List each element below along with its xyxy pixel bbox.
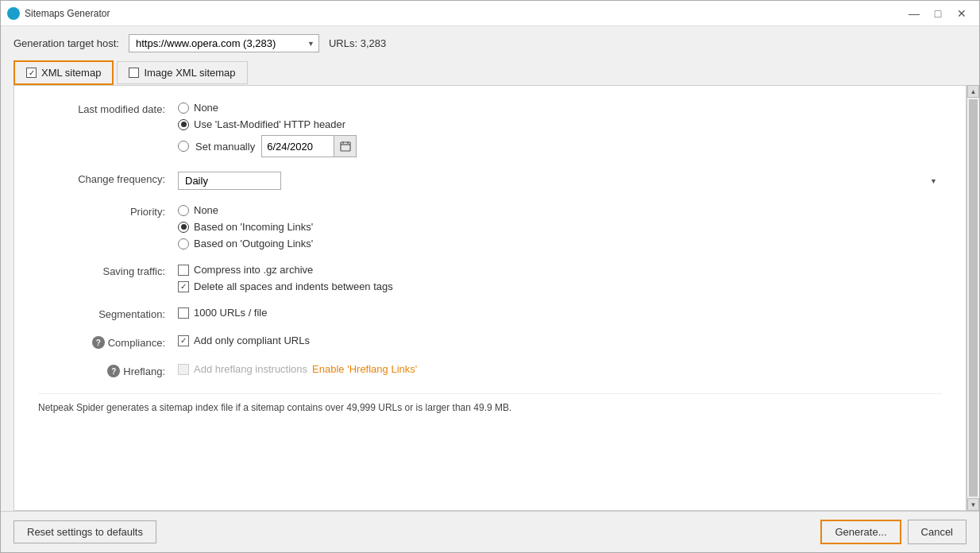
segmentation-label: Segmentation:: [38, 307, 165, 320]
scrollbar-thumb[interactable]: [969, 99, 978, 497]
radio-none[interactable]: [178, 102, 189, 114]
frequency-select-wrapper: Daily Always Hourly Weekly Monthly Yearl…: [178, 172, 942, 190]
priority-radio-incoming[interactable]: [178, 222, 189, 233]
priority-none-label: None: [194, 204, 218, 216]
compress-gz-wrapper: Compress into .gz archive: [178, 264, 942, 276]
hreflang-checkbox[interactable]: [178, 364, 189, 375]
date-input[interactable]: [262, 138, 334, 155]
scrollbar-down-button[interactable]: ▼: [967, 498, 979, 511]
saving-traffic-controls: Compress into .gz archive Delete all spa…: [178, 264, 942, 292]
segmentation-option-label: 1000 URLs / file: [194, 307, 268, 319]
last-modified-row: Last modified date: None Use 'Last-Modif…: [38, 102, 942, 157]
calendar-button[interactable]: [334, 136, 356, 157]
bottom-bar: Reset settings to defaults Generate... C…: [1, 511, 979, 552]
bottom-right-buttons: Generate... Cancel: [820, 520, 966, 544]
compliance-label-with-help: ? Compliance:: [38, 336, 165, 349]
last-modified-label: Last modified date:: [38, 102, 165, 115]
priority-incoming-row: Based on 'Incoming Links': [178, 221, 942, 233]
priority-none-row: None: [178, 204, 942, 216]
generate-button[interactable]: Generate...: [820, 520, 901, 544]
compliance-row: ? Compliance: Add only compliant URLs: [38, 335, 942, 349]
segmentation-checkbox[interactable]: [178, 307, 189, 319]
image-xml-sitemap-tab-label: Image XML sitemap: [144, 67, 235, 79]
hreflang-label-with-help: ? Hreflang:: [38, 365, 165, 377]
priority-label: Priority:: [38, 204, 165, 218]
priority-outgoing-label: Based on 'Outgoing Links': [194, 238, 313, 249]
frequency-select[interactable]: Daily Always Hourly Weekly Monthly Yearl…: [178, 172, 281, 190]
maximize-button[interactable]: □: [927, 5, 949, 22]
image-xml-sitemap-checkbox[interactable]: [129, 68, 139, 78]
hreflang-controls: Add hreflang instructions Enable 'Hrefla…: [178, 363, 942, 375]
hreflang-help-icon[interactable]: ?: [107, 365, 120, 377]
compliance-checkbox[interactable]: [178, 335, 189, 346]
compliance-controls: Add only compliant URLs: [178, 335, 942, 346]
main-content: Last modified date: None Use 'Last-Modif…: [1, 85, 979, 511]
main-window: Sitemaps Generator — □ ✕ Generation targ…: [0, 0, 980, 553]
scrollbar: ▲ ▼: [966, 85, 979, 511]
date-input-wrapper: [261, 135, 357, 157]
host-select-wrapper: https://www.opera.com (3,283): [129, 34, 319, 52]
host-bar: Generation target host: https://www.oper…: [1, 26, 979, 60]
compliance-option-label: Add only compliant URLs: [194, 335, 310, 346]
svg-rect-0: [341, 142, 350, 151]
radio-row-none: None: [178, 102, 942, 114]
last-modified-controls: None Use 'Last-Modified' HTTP header Set…: [178, 102, 942, 157]
url-count: URLs: 3,283: [329, 37, 386, 49]
cancel-button[interactable]: Cancel: [908, 520, 966, 544]
compliance-help-icon[interactable]: ?: [92, 336, 105, 349]
delete-spaces-checkbox[interactable]: [178, 281, 189, 292]
radio-set-manually-label: Set manually: [195, 141, 255, 153]
content-panel: Last modified date: None Use 'Last-Modif…: [14, 85, 966, 511]
radio-use-header[interactable]: [178, 119, 189, 130]
tab-image-xml-sitemap[interactable]: Image XML sitemap: [117, 61, 247, 84]
compress-gz-label: Compress into .gz archive: [194, 264, 313, 276]
window-title: Sitemaps Generator: [25, 8, 903, 19]
hreflang-wrapper: Add hreflang instructions Enable 'Hrefla…: [178, 363, 942, 375]
change-frequency-row: Change frequency: Daily Always Hourly We…: [38, 172, 942, 190]
radio-none-label: None: [194, 102, 218, 114]
minimize-button[interactable]: —: [903, 5, 925, 22]
priority-controls: None Based on 'Incoming Links' Based on …: [178, 204, 942, 249]
hreflang-row: ? Hreflang: Add hreflang instructions En…: [38, 363, 942, 377]
xml-sitemap-tab-label: XML sitemap: [41, 67, 101, 79]
saving-traffic-label: Saving traffic:: [38, 264, 165, 277]
segmentation-row: Segmentation: 1000 URLs / file: [38, 307, 942, 320]
compliance-label-wrapper: ? Compliance:: [38, 335, 165, 349]
segmentation-controls: 1000 URLs / file: [178, 307, 942, 319]
saving-traffic-row: Saving traffic: Compress into .gz archiv…: [38, 264, 942, 292]
hreflang-label: Hreflang:: [123, 365, 165, 377]
footer-note: Netpeak Spider generates a sitemap index…: [38, 393, 942, 421]
delete-spaces-wrapper: Delete all spaces and indents between ta…: [178, 280, 942, 292]
priority-radio-outgoing[interactable]: [178, 238, 189, 249]
priority-outgoing-row: Based on 'Outgoing Links': [178, 238, 942, 249]
tabs-bar: XML sitemap Image XML sitemap: [1, 60, 979, 85]
hreflang-option-label: Add hreflang instructions: [194, 363, 307, 375]
title-bar: Sitemaps Generator — □ ✕: [1, 1, 979, 26]
app-icon: [7, 7, 20, 20]
date-row: Set manually: [178, 135, 942, 157]
change-frequency-controls: Daily Always Hourly Weekly Monthly Yearl…: [178, 172, 942, 190]
priority-radio-none[interactable]: [178, 205, 189, 216]
tab-xml-sitemap[interactable]: XML sitemap: [14, 60, 114, 85]
segmentation-wrapper: 1000 URLs / file: [178, 307, 942, 319]
xml-sitemap-checkbox[interactable]: [26, 68, 37, 78]
radio-row-use-header: Use 'Last-Modified' HTTP header: [178, 118, 942, 130]
compliance-label: Compliance:: [108, 337, 165, 349]
priority-row: Priority: None Based on 'Incoming Links'…: [38, 204, 942, 249]
reset-button[interactable]: Reset settings to defaults: [14, 520, 156, 543]
scrollbar-up-button[interactable]: ▲: [967, 85, 979, 98]
radio-set-manually[interactable]: [178, 141, 189, 152]
change-frequency-label: Change frequency:: [38, 172, 165, 185]
window-controls: — □ ✕: [903, 5, 973, 22]
priority-incoming-label: Based on 'Incoming Links': [194, 221, 313, 233]
host-select[interactable]: https://www.opera.com (3,283): [129, 34, 319, 52]
host-label: Generation target host:: [14, 37, 119, 49]
radio-use-header-label: Use 'Last-Modified' HTTP header: [194, 118, 345, 130]
delete-spaces-label: Delete all spaces and indents between ta…: [194, 280, 393, 292]
compress-gz-checkbox[interactable]: [178, 265, 189, 276]
hreflang-label-wrapper: ? Hreflang:: [38, 363, 165, 377]
close-button[interactable]: ✕: [951, 5, 973, 22]
enable-hreflang-link[interactable]: Enable 'Hreflang Links': [312, 363, 417, 375]
compliance-wrapper: Add only compliant URLs: [178, 335, 942, 346]
